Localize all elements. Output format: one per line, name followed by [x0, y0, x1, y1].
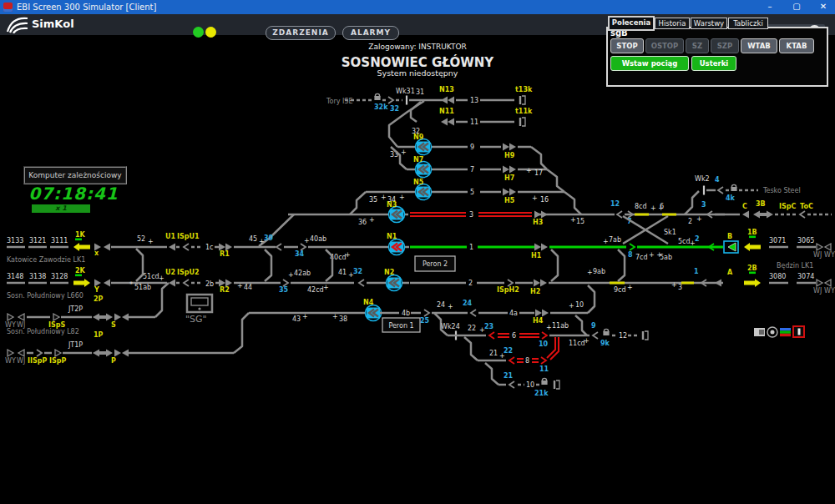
diagram-label: WY	[5, 357, 16, 365]
diagram-label: H1	[531, 252, 542, 260]
diagram-label: 3074	[797, 273, 814, 280]
diagram-label: 11	[470, 118, 478, 126]
diagram-label: 4a	[509, 310, 518, 317]
diagram-label: 23	[484, 323, 493, 330]
signal-N9[interactable]	[416, 139, 432, 155]
track-end-icon	[522, 96, 525, 104]
indicator-icon	[771, 330, 775, 335]
diagram-label: 21k	[534, 390, 549, 397]
diagram-label: 34	[295, 250, 305, 258]
route-arrow-1K[interactable]	[73, 243, 90, 251]
diagram-label: U2	[165, 269, 175, 276]
diagram-label: Y	[94, 286, 99, 294]
signal-N3[interactable]	[389, 207, 405, 223]
diagram-label: 32	[390, 105, 399, 113]
diagram-label: Wk31	[396, 88, 415, 95]
diagram-label: +	[696, 215, 702, 223]
diagram-label: 32k	[374, 103, 388, 111]
tab-warstwy[interactable]: Warstwy	[691, 18, 727, 29]
track-arrow	[424, 310, 429, 316]
diagram-label: 21	[489, 350, 498, 357]
track-arrow	[715, 280, 721, 287]
diagram-label: "SG"	[185, 314, 207, 325]
diagram-label: t13k	[515, 86, 533, 93]
ostop-button[interactable]: OSTOP	[645, 38, 684, 53]
diagram-label: 3B	[756, 200, 766, 208]
track-arrow	[509, 189, 516, 196]
diagram-label: 4k	[726, 194, 736, 202]
faults-button[interactable]: Usterki	[691, 56, 736, 71]
diagram-label: H9	[504, 152, 515, 159]
diagram-label: 51cd	[143, 273, 159, 280]
diagram-label: ToC	[800, 203, 813, 210]
diagram-label: 9	[591, 322, 596, 330]
track-arrow	[388, 97, 393, 103]
diagram-label: ISpC	[779, 203, 796, 210]
diagram-label: 7	[470, 166, 474, 174]
diagram-label: 51ab	[134, 284, 151, 291]
stop-button[interactable]: STOP	[610, 38, 644, 53]
tab-historia[interactable]: Historia	[655, 18, 690, 29]
track-line	[588, 285, 595, 313]
diagram-label: 4b	[402, 310, 410, 317]
szp-button[interactable]: SZP	[711, 38, 739, 53]
route-arrow-2K[interactable]	[73, 279, 90, 287]
track-line	[265, 249, 271, 281]
diagram-label: N11	[439, 108, 454, 115]
peron-1-box-label: Peron 1	[388, 322, 413, 330]
diagram-label: ISpU2	[177, 269, 200, 276]
track-arrow	[448, 97, 454, 104]
diagram-label: 15	[576, 218, 584, 225]
signal-N4[interactable]	[366, 305, 382, 321]
track-line	[234, 313, 249, 353]
commands-panel: sgB STOP OSTOP SZ SZP WTAB KTAB Wstaw po…	[606, 27, 828, 87]
indicator-icon	[198, 307, 200, 310]
track-line	[618, 249, 625, 281]
signal-N5[interactable]	[416, 184, 432, 200]
diagram-label: +	[381, 194, 387, 201]
diagram-label: 52	[137, 235, 145, 243]
track-arrow	[301, 244, 306, 250]
track-arrow	[503, 144, 509, 151]
indicator-icon	[798, 329, 801, 335]
track-arrow	[18, 314, 24, 320]
diagram-label: 40ab	[310, 235, 326, 243]
diagram-label: +	[332, 313, 338, 320]
ktab-button[interactable]: KTAB	[779, 38, 814, 53]
track-line	[564, 192, 581, 214]
signal-N7[interactable]	[416, 162, 432, 178]
diagram-label: 10	[526, 381, 534, 389]
track-arrow	[509, 381, 514, 388]
track-arrow	[448, 118, 454, 126]
signal-B[interactable]	[724, 241, 738, 253]
wtab-button[interactable]: WTAB	[741, 38, 777, 53]
diagram-label: N13	[439, 86, 454, 93]
sz-button[interactable]: SZ	[686, 38, 709, 53]
diagram-label: 8	[628, 251, 633, 259]
diagram-label: 31	[416, 88, 424, 96]
indicator-icon	[780, 330, 791, 333]
diagram-label: 3121	[29, 237, 46, 244]
route-arrow-2B[interactable]	[744, 279, 761, 287]
track-arrow	[630, 244, 635, 250]
track-arrow	[471, 310, 476, 316]
diagram-label: +	[148, 238, 154, 245]
insert-train-button[interactable]: Wstaw pociąg	[610, 56, 689, 71]
signal-N2[interactable]	[387, 275, 402, 291]
tab-tabliczki[interactable]: Tabliczki	[728, 18, 768, 29]
diagram-label: WJ	[813, 251, 822, 259]
diagram-label: 3	[469, 211, 473, 219]
diagram-label: 6	[512, 332, 516, 340]
diagram-label: +	[603, 238, 609, 245]
signal-N1[interactable]	[389, 239, 405, 255]
diagram-label: S	[111, 321, 116, 329]
tab-polecenia[interactable]: Polecenia	[608, 16, 655, 31]
route-arrow-1B[interactable]	[744, 243, 761, 251]
diagram-label: 5cd	[678, 238, 691, 245]
diagram-label: Wk2	[695, 175, 710, 183]
diagram-label: Tesko Steel	[762, 187, 801, 194]
track-arrow	[542, 332, 547, 339]
indicator-icon	[780, 334, 791, 336]
diagram-label: 6	[660, 203, 664, 210]
track-arrow	[122, 350, 129, 357]
